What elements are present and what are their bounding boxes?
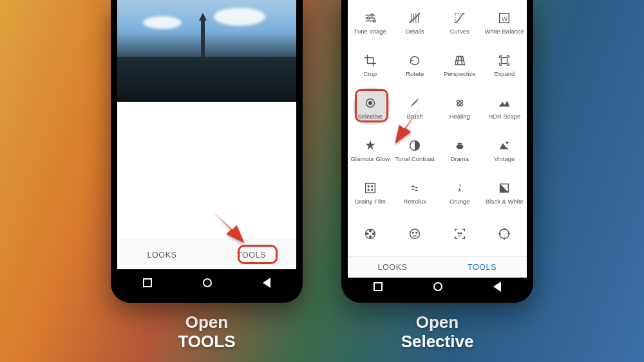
bottom-tab-bar: LOOKS TOOLS <box>348 256 527 278</box>
tool-extra-3[interactable] <box>437 214 482 256</box>
back-icon[interactable] <box>263 278 270 288</box>
tool-extra-4[interactable] <box>482 214 527 256</box>
label: HDR Scape <box>488 113 520 120</box>
label: White Balance <box>485 28 524 35</box>
tool-hdr-scape[interactable]: HDR Scape <box>482 86 527 129</box>
tool-healing[interactable]: Healing <box>437 86 482 129</box>
tool-glamour-glow[interactable]: Glamour Glow <box>348 129 393 171</box>
svg-point-1 <box>367 17 369 19</box>
right-panel: Tune Image Details Curves WWhite Balance… <box>341 0 533 362</box>
tool-rotate[interactable]: Rotate <box>393 44 438 86</box>
svg-point-19 <box>369 230 371 232</box>
phone-screen-right: Tune Image Details Curves WWhite Balance… <box>348 0 527 296</box>
glamour-icon <box>363 138 378 153</box>
phone-frame-left: LOOKS TOOLS <box>111 0 303 303</box>
bw-icon <box>497 180 512 196</box>
grainy-icon <box>363 180 378 196</box>
bottom-tab-bar: LOOKS TOOLS <box>117 240 296 269</box>
tab-tools-active[interactable]: TOOLS <box>437 257 527 278</box>
label: Healing <box>450 113 470 120</box>
tool-extra-1[interactable] <box>348 214 393 256</box>
tools-grid: Tune Image Details Curves WWhite Balance… <box>348 0 527 256</box>
perspective-icon <box>452 53 468 68</box>
tool-details[interactable]: Details <box>393 1 438 44</box>
home-icon[interactable] <box>203 278 212 287</box>
tab-looks[interactable]: LOOKS <box>348 257 437 278</box>
svg-point-15 <box>368 189 369 191</box>
wb-icon: W <box>497 10 512 26</box>
label: Rotate <box>406 71 424 77</box>
caption-left: Open TOOLS <box>178 313 235 352</box>
svg-point-20 <box>372 233 374 235</box>
label: Tonal Contrast <box>395 156 435 162</box>
tool-grainy-film[interactable]: Grainy Film <box>348 171 393 214</box>
caption-left-line1: Open <box>185 312 228 332</box>
home-icon[interactable] <box>433 282 442 291</box>
tool-tune-image[interactable]: Tune Image <box>348 1 393 44</box>
caption-right-line2: Selective <box>401 332 474 351</box>
svg-point-22 <box>366 233 368 235</box>
tool-curves[interactable]: Curves <box>437 1 482 44</box>
svg-rect-5 <box>502 57 507 63</box>
tonal-icon <box>407 138 422 153</box>
tool-expand[interactable]: Expand <box>482 44 527 86</box>
svg-rect-12 <box>365 183 375 193</box>
selective-icon <box>363 95 378 111</box>
svg-point-14 <box>372 186 373 187</box>
tool-selective[interactable]: Selective <box>348 86 393 129</box>
caption-right: Open Selective <box>401 313 474 352</box>
hdr-icon <box>497 95 512 111</box>
grunge-icon <box>452 180 468 196</box>
svg-point-16 <box>372 189 373 191</box>
svg-point-2 <box>374 20 375 22</box>
label: Drama <box>450 156 469 162</box>
drama-icon <box>452 138 468 153</box>
details-icon <box>407 10 422 26</box>
tool-extra-2[interactable] <box>393 214 438 256</box>
android-nav-bar <box>117 269 296 296</box>
tool-crop[interactable]: Crop <box>348 44 393 86</box>
tool-black-white[interactable]: Black & White <box>482 171 527 214</box>
label: Crop <box>363 71 377 77</box>
tool-grunge[interactable]: Grunge <box>437 171 482 214</box>
phone-screen-left: LOOKS TOOLS <box>117 0 296 296</box>
label: Glamour Glow <box>350 156 390 162</box>
tool-brush[interactable]: Brush <box>393 86 438 129</box>
face-detect-icon <box>452 226 468 242</box>
tool-perspective[interactable]: Perspective <box>437 44 482 86</box>
healing-icon <box>452 95 468 111</box>
svg-point-26 <box>458 233 459 234</box>
face-icon <box>407 226 422 242</box>
svg-point-23 <box>410 229 420 239</box>
caption-right-line1: Open <box>416 312 459 332</box>
tool-tonal-contrast[interactable]: Tonal Contrast <box>393 129 438 171</box>
curves-icon <box>452 10 468 26</box>
svg-point-11 <box>506 141 509 144</box>
svg-point-28 <box>500 229 509 239</box>
label: Tune Image <box>354 28 386 35</box>
svg-point-13 <box>368 186 369 187</box>
svg-point-7 <box>368 101 372 104</box>
tab-tools[interactable]: TOOLS <box>207 240 296 269</box>
tune-icon <box>363 10 378 26</box>
tool-retrolux[interactable]: Retrolux <box>393 171 438 214</box>
reel-icon <box>363 226 378 242</box>
svg-point-25 <box>416 232 417 233</box>
vintage-icon <box>497 138 512 153</box>
canvas-area <box>117 102 296 240</box>
back-icon[interactable] <box>493 281 501 292</box>
tool-drama[interactable]: Drama <box>437 129 482 171</box>
overview-icon[interactable] <box>374 282 383 291</box>
expand-icon <box>497 53 512 68</box>
caption-left-line2: TOOLS <box>178 332 235 351</box>
brush-icon <box>407 95 422 111</box>
svg-point-27 <box>460 233 462 234</box>
tab-looks[interactable]: LOOKS <box>117 240 207 269</box>
tool-vintage[interactable]: Vintage <box>482 129 527 171</box>
overview-icon[interactable] <box>143 278 152 287</box>
label: Perspective <box>444 71 476 77</box>
label: Expand <box>494 71 515 77</box>
label: Curves <box>450 28 469 35</box>
edited-photo <box>117 0 296 102</box>
tool-white-balance[interactable]: WWhite Balance <box>482 1 527 44</box>
